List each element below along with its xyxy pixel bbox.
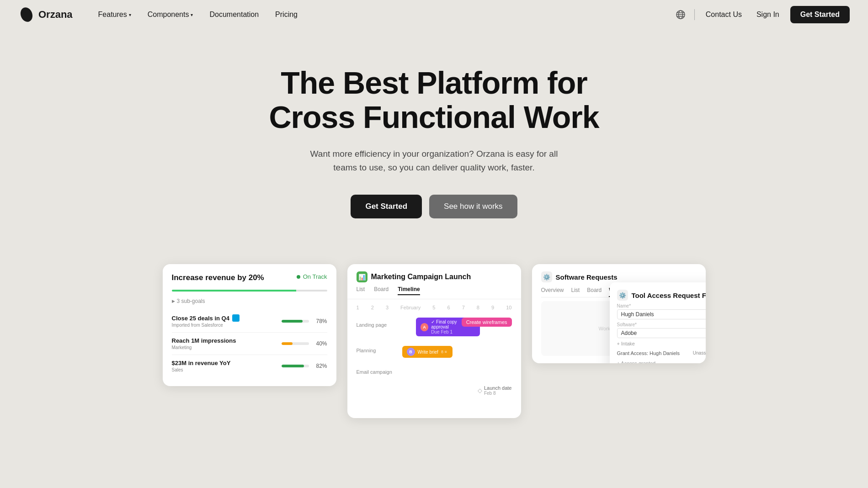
software-value: Adobe <box>617 328 706 338</box>
documentation-label: Documentation <box>209 11 259 19</box>
goal-item: Close 25 deals in Q4 Imported from Sales… <box>172 310 327 333</box>
salesforce-icon <box>232 314 240 322</box>
tab-timeline[interactable]: Timeline <box>398 286 420 295</box>
logo-link[interactable]: Orzana <box>18 6 73 23</box>
features-chevron-icon: ▾ <box>129 12 131 17</box>
nav-components[interactable]: Components ▾ <box>140 7 201 22</box>
avatar: A <box>421 323 429 331</box>
components-chevron-icon: ▾ <box>191 12 193 17</box>
hero-title: The Best Platform for Cross Functional W… <box>269 66 599 134</box>
launch-date: Feb 8 <box>484 391 512 396</box>
card2-tabs: List Board Timeline <box>347 282 521 299</box>
globe-icon[interactable] <box>674 8 687 21</box>
timeline-card: 📊 Marketing Campaign Launch List Board T… <box>347 264 521 418</box>
nav-divider <box>694 9 695 20</box>
status-dot-icon <box>297 275 300 279</box>
nav-get-started-button[interactable]: Get Started <box>790 6 850 23</box>
card3-icon: ⚙️ <box>541 271 552 282</box>
sign-in-link[interactable]: Sign In <box>753 8 783 21</box>
timeline-area: 123February5678910 Landing page A ✓ Fina… <box>347 299 521 418</box>
nav-pricing[interactable]: Pricing <box>268 7 305 22</box>
svg-point-1 <box>22 9 26 13</box>
progress-top-bar <box>172 290 327 292</box>
software-requests-card: ⚙️ Software Requests Overview List Board… <box>532 264 706 363</box>
tab-list[interactable]: List <box>571 287 580 297</box>
tab-list[interactable]: List <box>357 286 365 295</box>
hero-section: The Best Platform for Cross Functional W… <box>0 29 868 246</box>
components-label: Components <box>148 11 189 19</box>
card1-title: Increase revenue by 20% <box>172 273 264 282</box>
progress-bar <box>282 320 309 323</box>
hero-get-started-button[interactable]: Get Started <box>351 195 422 218</box>
tab-board[interactable]: Board <box>374 286 389 295</box>
goal-item: Reach 1M impressions Marketing 40% <box>172 333 327 355</box>
intake-label: + Intake <box>617 341 706 346</box>
hero-see-how-button[interactable]: See how it works <box>429 195 517 218</box>
logo-icon <box>18 6 35 23</box>
floating-card-icon: ⚙️ <box>617 290 628 301</box>
navbar: Orzana Features ▾ Components ▾ Documenta… <box>0 0 868 29</box>
tool-access-form-card: ⚙️ Tool Access Request Form Name* Hugh D… <box>610 282 706 363</box>
nav-documentation[interactable]: Documentation <box>202 7 266 22</box>
tab-board[interactable]: Board <box>587 287 602 297</box>
timeline-row-label: Email campaign <box>357 369 398 375</box>
progress-bar <box>282 365 309 367</box>
hero-buttons: Get Started See how it works <box>351 195 517 218</box>
nav-links: Features ▾ Components ▾ Documentation Pr… <box>91 7 674 22</box>
tab-overview[interactable]: Overview <box>541 287 564 297</box>
avatar: B <box>407 348 415 356</box>
goal-item: $23M in revenue YoY Sales 82% <box>172 355 327 377</box>
hero-subtitle: Want more efficiency in your organizatio… <box>306 147 562 175</box>
svg-point-0 <box>19 6 35 23</box>
name-label: Name* <box>617 303 706 308</box>
due-date: Due Feb 1 <box>431 329 475 334</box>
nav-right: Contact Us Sign In Get Started <box>674 6 850 23</box>
card2-title: Marketing Campaign Launch <box>371 273 471 281</box>
name-value: Hugh Daniels <box>617 309 706 319</box>
create-wireframes-badge: Create wireframes <box>462 318 512 327</box>
card1-status: On Track <box>297 273 327 280</box>
diamond-icon: ◇ <box>478 387 482 394</box>
grant-row: Grant Access: Hugh Daniels Unassigned In… <box>617 348 706 358</box>
progress-bar <box>282 342 309 345</box>
software-label: Software* <box>617 322 706 327</box>
contact-us-link[interactable]: Contact Us <box>702 8 746 21</box>
launch-label: Launch date <box>484 385 512 391</box>
timeline-row-label: Landing page <box>357 322 398 328</box>
logo-text: Orzana <box>38 9 73 21</box>
pricing-label: Pricing <box>275 11 298 19</box>
card3-title: Software Requests <box>556 273 618 281</box>
nav-features[interactable]: Features ▾ <box>91 7 138 22</box>
subgoals-label: 3 sub-goals <box>172 298 327 304</box>
cards-section: Increase revenue by 20% On Track 3 sub-g… <box>0 246 868 455</box>
timeline-row-label: Planning <box>357 348 398 353</box>
access-granted-label: + Access granted <box>617 361 706 363</box>
goal-tracker-card: Increase revenue by 20% On Track 3 sub-g… <box>163 264 336 386</box>
month-label: February <box>400 305 421 310</box>
floating-card-title: Tool Access Request Form <box>632 292 706 299</box>
card2-icon: 📊 <box>357 271 367 282</box>
features-label: Features <box>98 11 127 19</box>
